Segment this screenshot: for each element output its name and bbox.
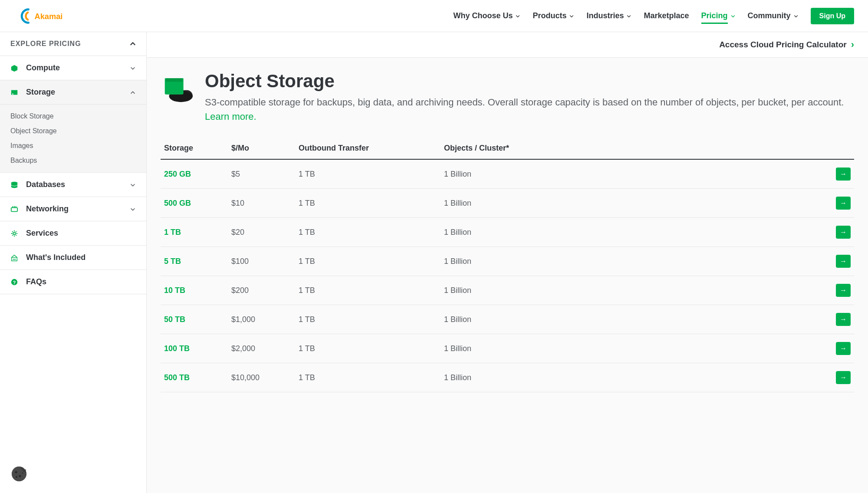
cell-price: $10,000 — [228, 363, 295, 392]
table-row: 50 TB$1,0001 TB1 Billion→ — [161, 305, 854, 334]
sidebar-subitem-object-storage[interactable]: Object Storage — [0, 124, 146, 138]
cell-action: → — [828, 247, 854, 276]
pricing-calculator-link[interactable]: Access Cloud Pricing Calculator › — [719, 39, 854, 50]
cell-objects: 1 Billion — [441, 218, 828, 247]
nav-item-community[interactable]: Community — [748, 1, 799, 31]
row-action-button[interactable]: → — [836, 313, 851, 326]
cell-transfer: 1 TB — [295, 189, 441, 218]
nav-label: Marketplace — [644, 11, 689, 20]
nav-label: Pricing — [701, 11, 728, 20]
sidebar-subitem-images[interactable]: Images — [0, 138, 146, 153]
cell-transfer: 1 TB — [295, 218, 441, 247]
learn-more-link[interactable]: Learn more. — [205, 111, 256, 122]
page-description: S3-compatible storage for backups, big d… — [205, 95, 854, 124]
nav-label: Community — [748, 11, 791, 20]
sidebar-item-databases[interactable]: Databases — [0, 173, 146, 197]
row-action-button[interactable]: → — [836, 168, 851, 181]
sidebar: EXPLORE PRICING ComputeStorageBlock Stor… — [0, 32, 147, 493]
main-header: Akamai Why Choose UsProductsIndustriesMa… — [0, 0, 868, 32]
cell-storage: 500 GB — [161, 189, 228, 218]
svg-point-18 — [19, 475, 21, 477]
sidebar-item-faqs[interactable]: ?FAQs — [0, 270, 146, 294]
nav-item-products[interactable]: Products — [533, 1, 574, 31]
cell-price: $20 — [228, 218, 295, 247]
row-action-button[interactable]: → — [836, 342, 851, 355]
svg-rect-7 — [14, 206, 15, 208]
explore-label: EXPLORE PRICING — [10, 40, 81, 48]
cell-objects: 1 Billion — [441, 305, 828, 334]
chevron-down-icon — [626, 13, 631, 19]
sidebar-item-services[interactable]: Services — [0, 221, 146, 246]
svg-rect-10 — [12, 257, 17, 261]
sidebar-item-networking[interactable]: Networking — [0, 197, 146, 221]
cell-storage: 10 TB — [161, 276, 228, 305]
sidebar-item-label: Compute — [26, 63, 60, 72]
logo[interactable]: Akamai — [14, 7, 75, 25]
svg-text:Akamai: Akamai — [35, 12, 63, 21]
cell-transfer: 1 TB — [295, 247, 441, 276]
table-header-row: Storage $/Mo Outbound Transfer Objects /… — [161, 138, 854, 159]
cell-transfer: 1 TB — [295, 159, 441, 189]
svg-rect-5 — [11, 207, 17, 211]
cookie-settings-icon[interactable] — [10, 465, 28, 483]
table-header-transfer: Outbound Transfer — [295, 138, 441, 159]
akamai-logo-icon: Akamai — [14, 7, 75, 25]
nav-item-industries[interactable]: Industries — [586, 1, 631, 31]
what-s-included-icon — [10, 254, 18, 262]
object-storage-icon — [161, 71, 194, 105]
storage-icon — [10, 89, 18, 96]
sidebar-item-compute[interactable]: Compute — [0, 56, 146, 80]
cell-action: → — [828, 276, 854, 305]
chevron-down-icon — [130, 65, 136, 71]
cell-storage: 250 GB — [161, 159, 228, 189]
nav-item-why-choose-us[interactable]: Why Choose Us — [453, 1, 520, 31]
cell-transfer: 1 TB — [295, 305, 441, 334]
svg-point-17 — [15, 471, 17, 473]
nav-item-pricing[interactable]: Pricing — [701, 1, 736, 31]
cell-action: → — [828, 363, 854, 392]
compute-icon — [10, 64, 18, 72]
signup-button[interactable]: Sign Up — [811, 8, 854, 24]
cell-transfer: 1 TB — [295, 276, 441, 305]
row-action-button[interactable]: → — [836, 226, 851, 239]
main-nav: Why Choose UsProductsIndustriesMarketpla… — [453, 1, 854, 31]
sidebar-item-what-s-included[interactable]: What's Included — [0, 246, 146, 270]
cell-action: → — [828, 305, 854, 334]
svg-point-22 — [25, 470, 26, 470]
sidebar-subitem-backups[interactable]: Backups — [0, 153, 146, 168]
svg-point-19 — [16, 476, 17, 478]
explore-pricing-toggle[interactable]: EXPLORE PRICING — [0, 32, 146, 56]
cell-price: $200 — [228, 276, 295, 305]
cell-transfer: 1 TB — [295, 334, 441, 363]
pricing-table: Storage $/Mo Outbound Transfer Objects /… — [161, 138, 854, 392]
cell-objects: 1 Billion — [441, 276, 828, 305]
cell-price: $2,000 — [228, 334, 295, 363]
sidebar-item-storage[interactable]: Storage — [0, 80, 146, 105]
sidebar-item-label: Databases — [26, 180, 65, 189]
row-action-button[interactable]: → — [836, 284, 851, 297]
chevron-up-icon — [130, 89, 136, 95]
faqs-icon: ? — [10, 278, 18, 286]
sidebar-item-label: Storage — [26, 88, 55, 97]
chevron-down-icon — [569, 13, 574, 19]
cell-action: → — [828, 159, 854, 189]
sidebar-subitem-block-storage[interactable]: Block Storage — [0, 109, 146, 124]
nav-item-marketplace[interactable]: Marketplace — [644, 1, 689, 31]
cell-objects: 1 Billion — [441, 334, 828, 363]
cell-price: $5 — [228, 159, 295, 189]
table-header-objects: Objects / Cluster* — [441, 138, 828, 159]
chevron-right-icon: › — [851, 39, 854, 50]
row-action-button[interactable]: → — [836, 197, 851, 210]
sidebar-item-label: FAQs — [26, 277, 46, 286]
table-row: 1 TB$201 TB1 Billion→ — [161, 218, 854, 247]
table-row: 500 GB$101 TB1 Billion→ — [161, 189, 854, 218]
page-title: Object Storage — [205, 71, 854, 92]
table-row: 5 TB$1001 TB1 Billion→ — [161, 247, 854, 276]
cell-storage: 1 TB — [161, 218, 228, 247]
chevron-down-icon — [515, 13, 520, 19]
chevron-down-icon — [730, 13, 736, 19]
table-row: 100 TB$2,0001 TB1 Billion→ — [161, 334, 854, 363]
cell-objects: 1 Billion — [441, 363, 828, 392]
row-action-button[interactable]: → — [836, 255, 851, 268]
row-action-button[interactable]: → — [836, 371, 851, 384]
